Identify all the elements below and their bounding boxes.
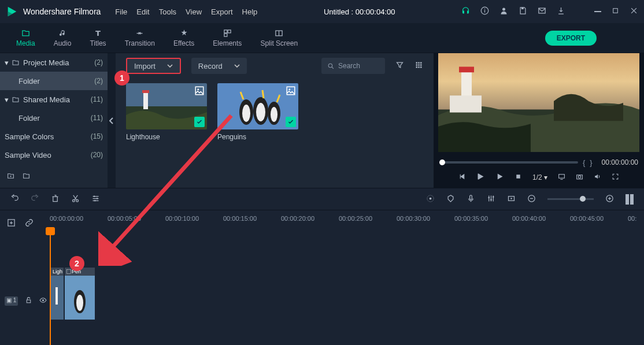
filter-icon[interactable] (395, 61, 404, 71)
minimize-icon[interactable] (594, 11, 601, 12)
svg-rect-7 (224, 29, 227, 32)
svg-point-35 (271, 107, 277, 122)
marker-icon[interactable] (446, 194, 455, 205)
svg-rect-69 (55, 287, 58, 305)
info-icon[interactable] (480, 6, 489, 17)
ruler-mark: 00:00:30:00 (397, 215, 430, 222)
tab-titles[interactable]: Titles (80, 29, 115, 47)
svg-point-3 (502, 8, 505, 11)
play-pause-icon[interactable] (476, 172, 485, 183)
close-icon[interactable] (630, 6, 638, 17)
fullscreen-icon[interactable] (612, 173, 619, 182)
lock-icon[interactable] (25, 296, 32, 306)
clip-penguins[interactable]: Pen (65, 268, 95, 320)
record-dropdown[interactable]: Record (191, 58, 247, 74)
new-folder-icon[interactable] (7, 172, 14, 181)
redo-icon[interactable] (31, 194, 39, 205)
svg-point-51 (94, 195, 95, 197)
svg-rect-26 (142, 90, 149, 93)
delete-icon[interactable] (51, 194, 60, 205)
zoom-in-icon[interactable] (605, 194, 614, 205)
cut-icon[interactable] (71, 194, 80, 205)
render-icon[interactable] (426, 194, 435, 205)
mark-in-icon[interactable]: { (583, 158, 585, 167)
tab-transition[interactable]: Transition (116, 29, 164, 47)
tab-elements[interactable]: Elements (203, 29, 251, 47)
svg-rect-8 (228, 29, 231, 32)
zoom-slider[interactable] (547, 198, 594, 200)
timeline[interactable]: Ligh Pen ▣ 1 2 (0, 227, 644, 345)
svg-rect-14 (416, 62, 418, 64)
search-input[interactable]: Search (321, 58, 385, 74)
svg-rect-19 (420, 64, 422, 66)
tab-audio[interactable]: Audio (45, 29, 81, 47)
add-track-icon[interactable] (7, 218, 16, 229)
mark-out-icon[interactable]: } (590, 158, 592, 167)
speed-dropdown[interactable]: 1/2 ▾ (532, 173, 547, 181)
tab-split-screen[interactable]: Split Screen (251, 29, 307, 47)
play-icon[interactable] (495, 172, 504, 183)
link-icon[interactable] (25, 218, 34, 229)
svg-rect-15 (418, 62, 420, 64)
tab-media[interactable]: Media (7, 29, 45, 47)
sidebar-item-shared-media[interactable]: ▾ Shared Media (11) (0, 90, 108, 109)
menu-help[interactable]: Help (242, 8, 258, 16)
svg-line-76 (109, 116, 231, 251)
svg-point-73 (76, 295, 83, 311)
snapshot-icon[interactable] (576, 173, 583, 182)
grid-view-icon[interactable] (414, 61, 423, 71)
folder-icon[interactable] (23, 172, 30, 181)
preview-scrubber[interactable] (439, 161, 578, 164)
menu-file[interactable]: File (115, 8, 127, 16)
svg-point-48 (578, 176, 580, 178)
eye-icon[interactable] (39, 296, 47, 306)
zoom-fit-icon[interactable] (626, 194, 634, 205)
save-icon[interactable] (519, 6, 527, 17)
menu-export[interactable]: Export (211, 8, 233, 16)
prev-frame-icon[interactable] (458, 173, 466, 182)
voiceover-icon[interactable] (467, 194, 475, 205)
sidebar-item-folder[interactable]: Folder (2) (0, 72, 108, 90)
clip-lighthouse[interactable]: Ligh (51, 268, 64, 320)
svg-rect-20 (416, 66, 418, 68)
track-badge[interactable]: ▣ 1 (5, 296, 18, 306)
sidebar-item-label: Sample Colors (5, 132, 54, 141)
tab-effects[interactable]: Effects (164, 29, 203, 47)
zoom-out-icon[interactable] (527, 194, 536, 205)
headphones-icon[interactable] (461, 6, 470, 17)
sidebar-item-label: Folder (18, 114, 40, 123)
sidebar-item-project-media[interactable]: ▾ Project Media (2) (0, 53, 108, 72)
user-icon[interactable] (499, 6, 508, 17)
callout-2: 2 (69, 256, 84, 271)
ruler-mark: 00:00:25:00 (339, 215, 372, 222)
undo-icon[interactable] (10, 194, 19, 205)
menu-tools[interactable]: Tools (159, 8, 176, 16)
crop-icon[interactable] (507, 194, 516, 205)
svg-point-75 (42, 299, 44, 301)
sidebar-item-sample-video[interactable]: Sample Video (20) (0, 146, 108, 164)
sidebar-item-folder-2[interactable]: Folder (11) (0, 109, 108, 127)
export-button[interactable]: EXPORT (545, 31, 597, 46)
svg-point-61 (510, 198, 512, 199)
ruler-mark: 00:00:40:00 (512, 215, 546, 222)
sidebar-item-label: Folder (18, 77, 40, 86)
svg-rect-42 (450, 95, 482, 112)
timeline-ruler[interactable]: 00:00:00:0000:00:05:0000:00:10:0000:00:1… (0, 210, 644, 227)
mixer-icon[interactable] (487, 194, 495, 205)
import-dropdown[interactable]: Import (126, 58, 181, 74)
svg-rect-70 (66, 269, 71, 274)
volume-icon[interactable] (594, 173, 601, 182)
svg-rect-1 (484, 10, 485, 12)
menu-view[interactable]: View (186, 8, 202, 16)
mail-icon[interactable] (538, 6, 546, 17)
display-icon[interactable] (558, 173, 565, 182)
maximize-icon[interactable] (612, 7, 619, 16)
stop-icon[interactable] (515, 173, 522, 182)
svg-line-13 (332, 67, 334, 69)
svg-rect-4 (521, 8, 524, 9)
download-icon[interactable] (557, 6, 565, 17)
preview-viewport (438, 53, 639, 152)
sidebar-item-sample-colors[interactable]: Sample Colors (15) (0, 127, 108, 146)
svg-rect-59 (493, 196, 494, 197)
menu-edit[interactable]: Edit (136, 8, 149, 16)
